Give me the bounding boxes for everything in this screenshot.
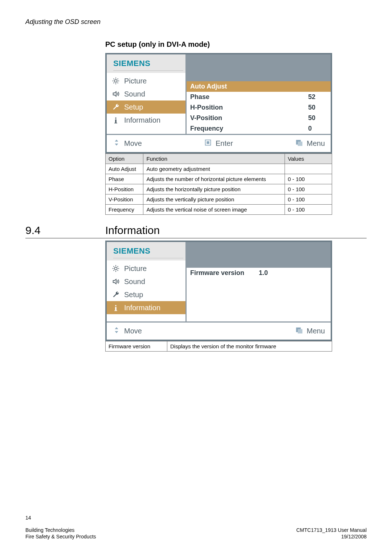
setting-label: Phase <box>190 93 209 101</box>
setting-label: Auto Adjust <box>190 83 227 90</box>
menu-label: Picture <box>124 77 147 85</box>
footer-right-2: 19/12/2008 <box>341 534 367 539</box>
setting-value: 0 <box>308 125 326 132</box>
svg-marker-14 <box>115 144 118 146</box>
cell-values: 0 - 100 <box>285 174 332 184</box>
setting-value <box>308 83 326 90</box>
svg-marker-9 <box>113 92 116 97</box>
menu-label: Setup <box>124 291 143 299</box>
footer-enter: Enter <box>204 139 233 148</box>
information-options-table: Firmware version Displays the version of… <box>105 341 332 352</box>
setting-value: 50 <box>308 114 326 122</box>
page-footer: 14 Building Technologies CMTC1713_1913 U… <box>25 515 367 539</box>
setup-options-table: Option Function Values Auto AdjustAuto g… <box>105 153 332 215</box>
svg-rect-30 <box>115 307 117 310</box>
svg-line-7 <box>114 83 114 83</box>
svg-marker-33 <box>115 331 118 333</box>
setting-value: 52 <box>308 93 326 101</box>
info-firmware-row: Firmware version 1.0 <box>187 268 331 296</box>
setting-h-position[interactable]: H-Position50 <box>187 102 331 113</box>
menu-item-setup[interactable]: Setup <box>107 100 185 114</box>
arrows-icon <box>113 326 121 336</box>
menu-label: Information <box>124 116 160 124</box>
table-row: H-PositionAdjusts the horizontally pictu… <box>106 184 332 194</box>
setting-auto-adjust[interactable]: Auto Adjust <box>187 81 331 92</box>
siemens-logo: SIEMENS <box>113 59 183 68</box>
setting-value: 50 <box>308 104 326 111</box>
cell-function: Adjusts the number of horizontal picture… <box>143 174 285 184</box>
svg-marker-32 <box>115 327 118 329</box>
brightness-icon <box>111 77 121 85</box>
wrench-icon <box>111 103 121 111</box>
osd-footer: Move Menu <box>107 321 331 340</box>
osd-footer: Move Enter Menu <box>107 134 331 152</box>
table-row: FrequencyAdjusts the vertical noise of s… <box>106 205 332 215</box>
footer-right-1: CMTC1713_1913 User Manual <box>296 527 367 533</box>
footer-label: Menu <box>307 139 325 148</box>
cell-function: Adjusts the vertically picture position <box>143 194 285 205</box>
menu-item-sound[interactable]: Sound <box>107 87 185 100</box>
svg-rect-18 <box>298 141 302 146</box>
setting-frequency[interactable]: Frequency0 <box>187 123 331 134</box>
osd-menu: Picture Sound Setup Information <box>107 73 185 134</box>
cell-option: H-Position <box>106 184 143 194</box>
footer-left-1: Building Technologies <box>25 527 74 533</box>
svg-marker-28 <box>113 279 116 284</box>
wrench-icon <box>111 290 121 299</box>
menu-label: Information <box>124 304 160 312</box>
svg-line-5 <box>114 79 114 79</box>
svg-line-25 <box>118 270 118 271</box>
section-title: Information <box>105 224 160 237</box>
setting-label: V-Position <box>190 114 222 122</box>
svg-line-26 <box>114 270 114 271</box>
arrows-icon <box>113 139 121 148</box>
svg-point-10 <box>115 118 117 119</box>
page-number: 14 <box>25 515 367 521</box>
info-icon <box>111 303 121 312</box>
footer-label: Move <box>124 327 142 335</box>
footer-label: Move <box>124 139 142 148</box>
cell-values: 0 - 100 <box>285 205 332 215</box>
osd-setup-screenshot: SIEMENS Picture Sound Setup <box>105 53 332 153</box>
setting-v-position[interactable]: V-Position50 <box>187 113 331 123</box>
svg-point-29 <box>115 305 117 307</box>
setting-label: H-Position <box>190 104 223 111</box>
footer-move: Move <box>113 139 142 148</box>
cell-function: Adjusts the vertical noise of screen ima… <box>143 205 285 215</box>
setting-phase[interactable]: Phase52 <box>187 92 331 102</box>
svg-rect-16 <box>207 141 209 144</box>
table-row: Firmware version Displays the version of… <box>106 341 332 352</box>
cell-option: Auto Adjust <box>106 164 143 174</box>
svg-point-19 <box>114 267 117 270</box>
col-function: Function <box>143 154 285 164</box>
menu-item-picture[interactable]: Picture <box>107 74 185 87</box>
osd-title-bar <box>187 242 331 268</box>
cell-values: 0 - 100 <box>285 184 332 194</box>
osd-information-screenshot: SIEMENS Picture Sound Setup <box>105 241 332 341</box>
svg-line-6 <box>118 83 118 83</box>
menu-item-sound[interactable]: Sound <box>107 275 185 288</box>
menu-item-picture[interactable]: Picture <box>107 262 185 275</box>
cell-values <box>285 164 332 174</box>
cell-option: Frequency <box>106 205 143 215</box>
table-row: Auto AdjustAuto geometry adjustment <box>106 164 332 174</box>
table-row: PhaseAdjusts the number of horizontal pi… <box>106 174 332 184</box>
menu-item-setup[interactable]: Setup <box>107 288 185 301</box>
menu-item-information[interactable]: Information <box>107 301 185 314</box>
section-heading: 9.4 Information <box>25 224 367 238</box>
speaker-icon <box>111 90 121 98</box>
menu-item-information[interactable]: Information <box>107 114 185 127</box>
section-number: 9.4 <box>25 224 83 237</box>
menu-icon <box>295 326 303 336</box>
footer-label: Menu <box>307 327 325 335</box>
info-icon <box>111 116 121 124</box>
siemens-logo: SIEMENS <box>113 246 183 256</box>
cell-function: Auto geometry adjustment <box>143 164 285 174</box>
col-option: Option <box>106 154 143 164</box>
osd-settings-panel: Auto Adjust Phase52 H-Position50 V-Posit… <box>187 81 331 134</box>
col-values: Values <box>285 154 332 164</box>
svg-marker-13 <box>115 140 118 142</box>
footer-menu: Menu <box>295 139 325 148</box>
svg-rect-12 <box>114 123 117 123</box>
svg-rect-35 <box>298 329 302 333</box>
